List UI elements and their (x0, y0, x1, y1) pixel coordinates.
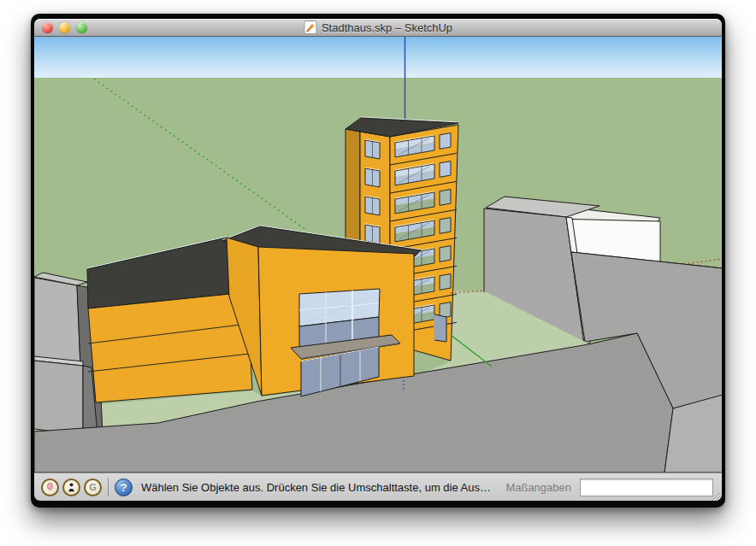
measurements-input[interactable] (580, 478, 713, 496)
scene-canvas[interactable] (34, 37, 722, 473)
tower-window (440, 274, 451, 291)
minimize-button[interactable] (59, 22, 70, 33)
help-icon[interactable]: ? (115, 478, 133, 496)
tower-window (440, 161, 451, 178)
tower-window (440, 190, 451, 206)
title-bar[interactable]: Stadthaus.skp – SketchUp (34, 19, 722, 37)
person-icon[interactable] (62, 478, 80, 496)
status-bar: G ? Wählen Sie Objekte aus. Drücken Sie … (34, 473, 722, 501)
close-button[interactable] (42, 22, 53, 33)
tower-window (440, 246, 451, 262)
status-divider (108, 478, 109, 496)
desktop: Stadthaus.skp – SketchUp (0, 0, 756, 546)
status-message: Wählen Sie Objekte aus. Drücken Sie die … (141, 481, 491, 494)
sky (34, 37, 722, 79)
title-group: Stadthaus.skp – SketchUp (34, 19, 722, 36)
measurements-label: Maßangaben (505, 481, 571, 494)
resize-grip[interactable] (710, 489, 720, 499)
tower-window (440, 218, 451, 234)
tower-window (440, 133, 451, 150)
zoom-button[interactable] (76, 22, 87, 33)
window-controls (42, 22, 87, 33)
window-title: Stadthaus.skp – SketchUp (322, 21, 452, 34)
g-icon[interactable]: G (84, 478, 102, 496)
modeling-viewport[interactable] (34, 37, 722, 473)
tower-door (434, 314, 446, 342)
document-icon[interactable] (304, 21, 317, 34)
balloon-icon[interactable] (41, 478, 59, 496)
sketchup-window: Stadthaus.skp – SketchUp (31, 14, 725, 508)
